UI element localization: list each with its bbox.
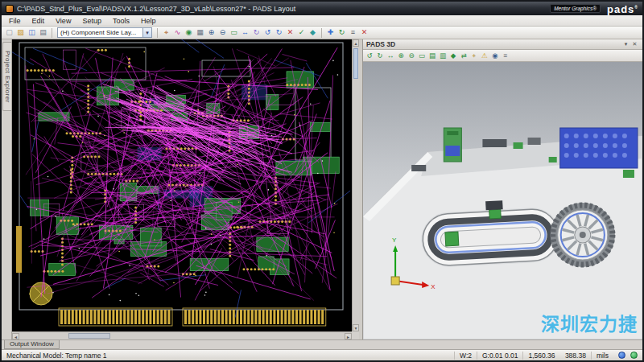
output-window-tab[interactable]: Output Window xyxy=(4,340,60,349)
snapshot-icon[interactable]: ◉ xyxy=(490,51,500,60)
settings-icon[interactable]: ≡ xyxy=(501,51,510,60)
close-view-icon[interactable]: ✕ xyxy=(359,27,369,38)
zoom-in-icon[interactable]: ⊕ xyxy=(396,51,406,60)
axis-y-label: Y xyxy=(392,237,397,244)
pcb-3d-render[interactable]: Y X xyxy=(363,62,642,339)
warning-icon[interactable]: ⚠ xyxy=(480,51,489,60)
pcb-vertical-scrollbar[interactable]: ▲ ▼ xyxy=(352,39,359,331)
pads-3d-title: PADS 3D xyxy=(366,40,395,48)
verify-design-icon[interactable]: ✓ xyxy=(296,27,307,38)
scroll-left-icon[interactable]: ◄ xyxy=(12,333,19,339)
pan-icon[interactable]: ✚ xyxy=(325,27,336,38)
vertical-scroll-thumb[interactable] xyxy=(353,48,358,79)
file-toolbar-group: ▢▨◫▤ xyxy=(4,27,48,38)
status-message: Mechanical Model: Temp name 1 xyxy=(6,352,454,360)
menu-help[interactable]: Help xyxy=(135,15,162,27)
chevron-down-icon[interactable]: ▾ xyxy=(621,41,630,47)
toolbar-separator xyxy=(321,28,322,38)
close-icon[interactable]: ✕ xyxy=(630,41,639,47)
pads-logo: pads® xyxy=(607,1,638,16)
track-carriage-cap xyxy=(485,200,503,210)
3d-green-chip xyxy=(623,170,634,178)
title-bar: C:\PADS_Stnd_Plus_Eval\PADSVX.1.2\Lesson… xyxy=(2,2,642,15)
scroll-down-icon[interactable]: ▼ xyxy=(353,324,359,331)
menu-edit[interactable]: Edit xyxy=(27,15,51,27)
pan-icon[interactable]: ↔ xyxy=(386,51,395,60)
3d-dark-component xyxy=(482,139,506,147)
properties-icon[interactable]: ≡ xyxy=(348,27,358,38)
pcb-horizontal-scrollbar[interactable]: ◄ ► xyxy=(12,331,352,339)
open-icon[interactable]: ▨ xyxy=(15,27,26,38)
board-flip-icon[interactable]: ⇄ xyxy=(459,51,469,60)
layer-dropdown[interactable]: (H) Component Side Lay... ▾ xyxy=(57,27,152,38)
pads-layout-window: C:\PADS_Stnd_Plus_Eval\PADSVX.1.2\Lesson… xyxy=(0,0,644,362)
3d-tower-cap xyxy=(447,131,458,135)
status-bar: Mechanical Model: Temp name 1 W:2 G:0.01… xyxy=(2,349,642,360)
track-carriage-green xyxy=(489,209,502,219)
add-via-icon[interactable]: ◉ xyxy=(184,27,194,38)
horizontal-scroll-thumb[interactable] xyxy=(68,333,110,339)
menu-file[interactable]: File xyxy=(3,15,27,27)
new-document-icon[interactable]: ▢ xyxy=(4,27,14,38)
rotate-left-icon[interactable]: ↺ xyxy=(365,51,374,60)
window-title: C:\PADS_Stnd_Plus_Eval\PADSVX.1.2\Lesson… xyxy=(17,5,547,13)
scroll-up-icon[interactable]: ▲ xyxy=(353,39,359,47)
output-window-row: Output Window xyxy=(2,339,642,349)
menu-tools[interactable]: Tools xyxy=(107,15,135,27)
board-fit-icon[interactable]: ▭ xyxy=(229,27,239,38)
save-icon[interactable]: ◫ xyxy=(27,27,37,38)
status-line-width: W:2 xyxy=(454,352,477,360)
print-icon[interactable]: ▤ xyxy=(38,27,48,38)
3d-view-icon[interactable]: ◆ xyxy=(308,27,318,38)
select-filter-icon[interactable]: ⌖ xyxy=(161,27,171,38)
pcb-layout-area: ▲ ▼ ◄ ► xyxy=(12,39,359,339)
pads-logo-reg: ® xyxy=(634,5,638,10)
menu-view[interactable]: View xyxy=(50,15,76,27)
fan-hub-center xyxy=(580,232,586,238)
pcb-canvas[interactable] xyxy=(12,39,352,331)
rotate-icon[interactable]: ↻ xyxy=(251,27,262,38)
status-indicator-blue xyxy=(618,352,625,359)
3d-dark-chip xyxy=(411,165,426,171)
refresh-icon[interactable]: ↻ xyxy=(336,27,347,38)
3d-green-chip xyxy=(549,157,557,162)
3d-grey-chip xyxy=(528,138,541,145)
pads-3d-view[interactable]: Y X 深圳宏力捷 xyxy=(363,62,642,339)
zoom-in-icon[interactable]: ⊕ xyxy=(206,27,217,38)
layer-dropdown-value: (H) Component Side Lay... xyxy=(58,29,142,36)
delete-icon[interactable]: ✕ xyxy=(285,27,295,38)
status-coordinates: 1,560.36 388.38 xyxy=(522,352,590,360)
measure-icon[interactable]: ⌖ xyxy=(469,51,479,60)
route-icon[interactable]: ∿ xyxy=(172,27,183,38)
redo-icon[interactable]: ↻ xyxy=(274,27,284,38)
bottom-view-icon[interactable]: ▥ xyxy=(438,51,448,60)
main-toolbar: ▢▨◫▤ (H) Component Side Lay... ▾ ⌖∿◉▦⊕⊖▭… xyxy=(2,27,642,39)
grid-icon[interactable]: ▦ xyxy=(195,27,205,38)
project-explorer-label: Project Explorer xyxy=(4,51,11,103)
undo-icon[interactable]: ↺ xyxy=(262,27,273,38)
view-toolbar-group: ✚↻≡✕ xyxy=(325,27,369,38)
top-view-icon[interactable]: ▤ xyxy=(427,51,437,60)
scrollbar-corner xyxy=(352,331,359,339)
menu-setup[interactable]: Setup xyxy=(76,15,107,27)
chevron-down-icon[interactable]: ▾ xyxy=(142,28,151,37)
mentor-graphics-logo: Mentor Graphics® xyxy=(550,4,601,13)
fan-component xyxy=(551,203,615,267)
axis-x-label: X xyxy=(431,283,436,290)
app-icon xyxy=(6,5,14,13)
zoom-out-icon[interactable]: ⊖ xyxy=(217,27,228,38)
status-units[interactable]: mils xyxy=(591,352,613,360)
project-explorer-strip: Project Explorer xyxy=(2,39,12,339)
fit-view-icon[interactable]: ▭ xyxy=(417,51,427,60)
pads-logo-text: pads xyxy=(607,3,634,15)
iso-view-icon[interactable]: ◆ xyxy=(448,51,458,60)
project-explorer-tab[interactable]: Project Explorer xyxy=(2,42,11,111)
3d-green-chip xyxy=(514,142,523,149)
3d-blue-band xyxy=(445,146,460,156)
axis-origin-cube xyxy=(391,277,399,285)
rotate-right-icon[interactable]: ↻ xyxy=(375,51,385,60)
zoom-out-icon[interactable]: ⊖ xyxy=(407,51,416,60)
scroll-right-icon[interactable]: ► xyxy=(345,333,352,339)
move-icon[interactable]: ↔ xyxy=(240,27,250,38)
pads-3d-title-bar[interactable]: PADS 3D ▾ ✕ xyxy=(363,39,642,50)
